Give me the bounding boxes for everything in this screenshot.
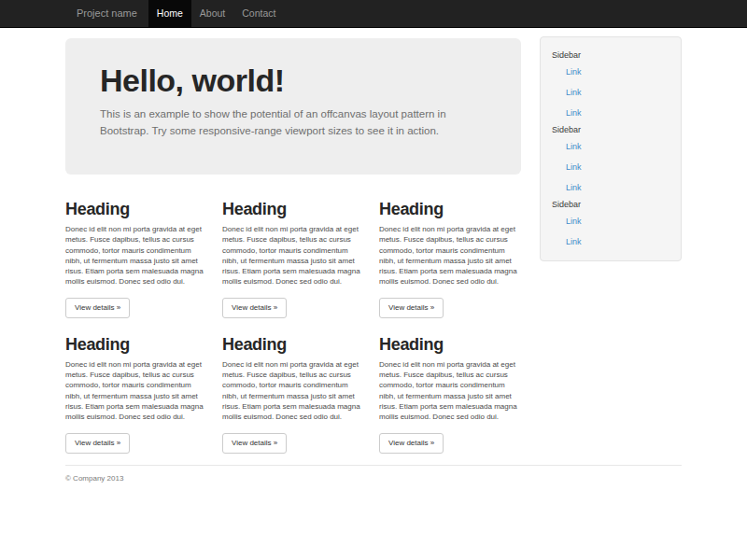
card-heading: Heading (222, 335, 364, 354)
view-details-button[interactable]: View details » (65, 433, 130, 454)
sidebar-group: Sidebar Link Link Link (552, 49, 671, 123)
card-heading: Heading (65, 200, 207, 218)
view-details-button[interactable]: View details » (222, 433, 287, 454)
jumbotron-title: Hello, world! (100, 63, 487, 98)
sidebar-panel: Sidebar Link Link Link Sidebar Link Link… (540, 36, 682, 261)
sidebar-column: Sidebar Link Link Link Sidebar Link Link… (540, 28, 682, 261)
content-card: Heading Donec id elit non mi porta gravi… (222, 200, 364, 318)
main-content: Hello, world! This is an example to show… (65, 28, 521, 454)
nav-item-about[interactable]: About (191, 0, 233, 27)
sidebar-group: Sidebar Link Link (552, 198, 671, 252)
card-body-text: Donec id elit non mi porta gravida at eg… (222, 224, 364, 287)
card-body-text: Donec id elit non mi porta gravida at eg… (65, 359, 207, 423)
card-heading: Heading (222, 200, 364, 218)
card-body-text: Donec id elit non mi porta gravida at eg… (65, 224, 207, 287)
sidebar-link[interactable]: Link (552, 136, 671, 157)
content-card: Heading Donec id elit non mi porta gravi… (379, 200, 521, 318)
view-details-button[interactable]: View details » (65, 298, 130, 318)
nav-item-home[interactable]: Home (148, 0, 191, 27)
footer: © Company 2013 (65, 465, 682, 483)
view-details-button[interactable]: View details » (222, 298, 287, 318)
cards-grid: Heading Donec id elit non mi porta gravi… (65, 200, 521, 454)
navbar-nav: Home About Contact (148, 0, 285, 27)
card-body-text: Donec id elit non mi porta gravida at eg… (222, 359, 364, 423)
sidebar-link[interactable]: Link (552, 103, 671, 123)
navbar-inner: Project name Home About Contact (65, 0, 682, 27)
sidebar-group: Sidebar Link Link Link (552, 123, 671, 198)
page-container: Hello, world! This is an example to show… (65, 28, 682, 483)
sidebar-heading: Sidebar (552, 49, 671, 62)
sidebar-link[interactable]: Link (552, 62, 671, 82)
view-details-button[interactable]: View details » (379, 433, 444, 454)
navbar-brand[interactable]: Project name (65, 0, 148, 27)
content-card: Heading Donec id elit non mi porta gravi… (222, 335, 364, 454)
content-card: Heading Donec id elit non mi porta gravi… (379, 335, 521, 454)
content-card: Heading Donec id elit non mi porta gravi… (65, 200, 207, 318)
sidebar-heading: Sidebar (552, 123, 671, 136)
content-card: Heading Donec id elit non mi porta gravi… (65, 335, 207, 454)
sidebar-link[interactable]: Link (552, 211, 671, 231)
sidebar-heading: Sidebar (552, 198, 671, 211)
sidebar-link[interactable]: Link (552, 82, 671, 103)
card-heading: Heading (379, 335, 521, 354)
sidebar-link[interactable]: Link (552, 177, 671, 198)
sidebar-link[interactable]: Link (552, 231, 671, 252)
jumbotron-text: This is an example to show the potential… (100, 106, 487, 140)
nav-item-contact[interactable]: Contact (233, 0, 284, 27)
card-body-text: Donec id elit non mi porta gravida at eg… (379, 359, 521, 423)
content-row: Hello, world! This is an example to show… (65, 28, 682, 454)
view-details-button[interactable]: View details » (379, 298, 444, 318)
card-heading: Heading (379, 200, 521, 218)
jumbotron: Hello, world! This is an example to show… (65, 38, 521, 175)
sidebar-link[interactable]: Link (552, 157, 671, 177)
navbar: Project name Home About Contact (0, 0, 747, 28)
card-heading: Heading (65, 335, 207, 354)
copyright-text: © Company 2013 (65, 474, 682, 483)
card-body-text: Donec id elit non mi porta gravida at eg… (379, 224, 521, 287)
